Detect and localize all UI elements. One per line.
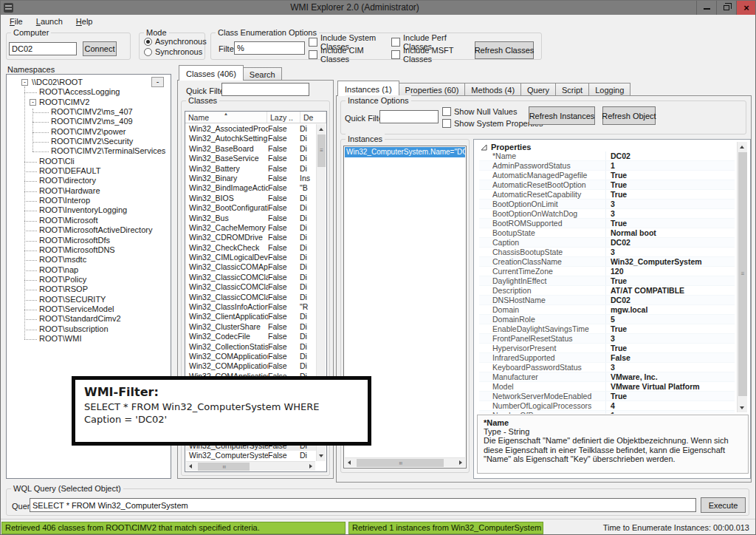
property-row-manufacturer[interactable]: ManufacturerVMware, Inc. xyxy=(479,372,735,382)
class-row-win32-bindimageaction[interactable]: Win32_BindImageActionFalse"B xyxy=(186,183,316,193)
classes-quick-filter-input[interactable] xyxy=(221,83,309,96)
class-row-win32-classinfoaction[interactable]: Win32_ClassInfoActionFalse"R xyxy=(186,302,316,312)
property-row-numberofprocessors[interactable]: NumberOfProcessors1 xyxy=(479,411,735,414)
column-header-description[interactable]: De xyxy=(300,112,326,123)
tab-search[interactable]: Search xyxy=(243,67,282,81)
tab-instances-1[interactable]: Instances (1) xyxy=(337,81,399,96)
tree-expander-icon[interactable]: - xyxy=(30,99,36,106)
property-row-caption[interactable]: CaptionDC02 xyxy=(479,238,735,248)
property-row-name[interactable]: *NameDC02 xyxy=(479,151,735,161)
scroll-left-icon[interactable] xyxy=(189,464,192,468)
property-row-domainrole[interactable]: DomainRole5 xyxy=(479,315,735,324)
tree-item-dc02-root[interactable]: -\\DC02\ROOT xyxy=(7,78,171,87)
checkbox-icon[interactable] xyxy=(391,38,400,47)
property-row-frontpanelresetstatus[interactable]: FrontPanelResetStatus3 xyxy=(479,334,735,344)
instances-horizontal-scrollbar[interactable]: ≡ xyxy=(345,457,465,467)
scroll-down-icon[interactable] xyxy=(740,406,744,409)
tree-item-root-servicemodel[interactable]: ROOT\ServiceModel xyxy=(7,304,171,314)
tree-item-root-wmi[interactable]: ROOT\WMI xyxy=(7,334,171,344)
properties-header[interactable]: Properties xyxy=(481,143,531,151)
class-row-win32-bootconfiguration[interactable]: Win32_BootConfigurationFalseDi xyxy=(186,203,316,213)
computer-input[interactable] xyxy=(9,42,77,55)
tree-item-root-standardcimv2[interactable]: ROOT\StandardCimv2 xyxy=(7,314,171,324)
scrollbar-thumb[interactable]: ≡ xyxy=(317,134,326,167)
maximize-button[interactable] xyxy=(716,1,736,15)
class-row-win32-binary[interactable]: Win32_BinaryFalseIns xyxy=(186,174,316,183)
property-row-numberoflogicalprocessors[interactable]: NumberOfLogicalProcessors4 xyxy=(479,401,735,411)
tree-item-root-cimv2-power[interactable]: ROOT\CIMV2\power xyxy=(7,127,171,137)
class-row-win32-comapplication[interactable]: Win32_COMApplicationFalseDi xyxy=(186,352,316,361)
scrollbar-thumb[interactable]: ≡ xyxy=(198,463,250,471)
tree-item-root-cimv2[interactable]: -ROOT\CIMV2 xyxy=(7,98,171,107)
class-row-win32-classiccomclassse[interactable]: Win32_ClassicCOMClassSe...FalseDi xyxy=(186,293,316,302)
property-row-keyboardpasswordstatus[interactable]: KeyboardPasswordStatus3 xyxy=(479,363,735,372)
property-row-bootoptiononwatchdog[interactable]: BootOptionOnWatchDog3 xyxy=(479,209,735,219)
property-row-infraredsupported[interactable]: InfraredSupportedFalse xyxy=(479,353,735,363)
property-row-creationclassname[interactable]: CreationClassNameWin32_ComputerSystem xyxy=(479,257,735,267)
property-row-adminpasswordstatus[interactable]: AdminPasswordStatus1 xyxy=(479,161,735,171)
properties-vertical-scrollbar[interactable]: ≡ xyxy=(737,142,747,412)
scroll-left-icon[interactable] xyxy=(348,460,351,465)
property-row-model[interactable]: ModelVMware Virtual Platform xyxy=(479,382,735,392)
scroll-right-icon[interactable] xyxy=(309,464,312,468)
tree-item-root-cli[interactable]: ROOT\Cli xyxy=(7,157,171,166)
checkbox-icon[interactable] xyxy=(391,50,400,59)
minimize-button[interactable] xyxy=(696,1,716,15)
class-row-win32-comapplicationclas[interactable]: Win32_COMApplicationClas...FalseDi xyxy=(186,361,316,371)
class-row-win32-classiccomclass[interactable]: Win32_ClassicCOMClassFalseDi xyxy=(186,273,316,282)
class-row-win32-battery[interactable]: Win32_BatteryFalseDi xyxy=(186,164,316,174)
checkbox-show-null-values[interactable]: Show Null Values xyxy=(442,106,543,117)
query-input[interactable] xyxy=(30,498,696,512)
property-row-description[interactable]: DescriptionAT/AT COMPATIBLE xyxy=(479,286,735,296)
property-row-networkservermodeenabled[interactable]: NetworkServerModeEnabledTrue xyxy=(479,392,735,401)
close-button[interactable]: × xyxy=(736,1,756,15)
class-row-win32-bios[interactable]: Win32_BIOSFalseDi xyxy=(186,194,316,203)
refresh-classes-button[interactable]: Refresh Classes xyxy=(475,41,534,59)
checkbox-icon[interactable] xyxy=(309,38,317,47)
tree-item-root-cimv2-security[interactable]: ROOT\CIMV2\Security xyxy=(7,137,171,146)
mode-option-synchronous[interactable]: Synchronous xyxy=(144,47,203,57)
scroll-down-icon[interactable] xyxy=(319,454,323,457)
tree-item-root-interop[interactable]: ROOT\Interop xyxy=(7,196,171,205)
class-row-win32-cdromdrive[interactable]: Win32_CDROMDriveFalseDi xyxy=(186,233,316,242)
menu-launch[interactable]: Launch xyxy=(30,16,69,27)
property-row-bootromsupported[interactable]: BootROMSupportedTrue xyxy=(479,219,735,228)
tree-item-root-security[interactable]: ROOT\SECURITY xyxy=(7,295,171,304)
property-row-automaticresetcapability[interactable]: AutomaticResetCapabilityTrue xyxy=(479,190,735,200)
column-header-name[interactable]: Name▲ xyxy=(185,112,267,123)
checkbox-icon[interactable] xyxy=(309,50,317,59)
instance-item-selected[interactable]: Win32_ComputerSystem.Name="DC02" xyxy=(345,147,465,157)
tree-item-root-inventorylogging[interactable]: ROOT\InventoryLogging xyxy=(7,205,171,215)
tree-item-root-microsoftactivedirectory[interactable]: ROOT\MicrosoftActiveDirectory xyxy=(7,225,171,235)
class-row-win32-baseservice[interactable]: Win32_BaseServiceFalseDi xyxy=(186,154,316,163)
class-row-win32-clustershare[interactable]: Win32_ClusterShareFalseDi xyxy=(186,322,316,332)
class-row-win32-baseboard[interactable]: Win32_BaseBoardFalseDi xyxy=(186,144,316,154)
mode-option-asynchronous[interactable]: Asynchronous xyxy=(144,36,203,47)
tab-methods-4[interactable]: Methods (4) xyxy=(464,83,521,96)
scroll-right-icon[interactable] xyxy=(459,460,462,465)
checkbox-icon[interactable] xyxy=(442,107,451,116)
tree-collapse-button[interactable]: - xyxy=(151,77,164,87)
tree-item-root-policy[interactable]: ROOT\Policy xyxy=(7,275,171,284)
property-row-enabledaylightsavingstime[interactable]: EnableDaylightSavingsTimeTrue xyxy=(479,324,735,334)
checkbox-show-system-properties[interactable]: Show System Properties xyxy=(442,117,543,129)
execute-button[interactable]: Execute xyxy=(701,497,746,513)
class-row-win32-codecfile[interactable]: Win32_CodecFileFalseDi xyxy=(186,332,316,341)
scroll-up-icon[interactable] xyxy=(740,146,744,149)
scrollbar-thumb[interactable]: ≡ xyxy=(357,459,444,467)
instance-quick-filter-input[interactable] xyxy=(379,110,439,123)
tree-item-root-msdtc[interactable]: ROOT\msdtc xyxy=(7,255,171,265)
tree-item-root-default[interactable]: ROOT\DEFAULT xyxy=(7,166,171,176)
class-filter-input[interactable] xyxy=(234,41,305,55)
tree-expander-icon[interactable]: - xyxy=(21,79,28,86)
tab-properties-60[interactable]: Properties (60) xyxy=(399,83,466,96)
class-row-win32-associatedprocesso[interactable]: Win32_AssociatedProcesso...FalseDi xyxy=(186,124,316,134)
tree-item-root-rsop[interactable]: ROOT\RSOP xyxy=(7,284,171,294)
tree-item-root-cimv2-ms-407[interactable]: ROOT\CIMV2\ms_407 xyxy=(7,107,171,117)
tree-item-root-accesslogging[interactable]: ROOT\AccessLogging xyxy=(7,87,171,97)
scroll-up-icon[interactable] xyxy=(319,128,323,131)
menu-file[interactable]: File xyxy=(3,16,30,27)
tab-script[interactable]: Script xyxy=(555,83,589,96)
property-row-automaticresetbootoption[interactable]: AutomaticResetBootOptionTrue xyxy=(479,180,735,190)
tree-item-root-directory[interactable]: ROOT\directory xyxy=(7,176,171,185)
